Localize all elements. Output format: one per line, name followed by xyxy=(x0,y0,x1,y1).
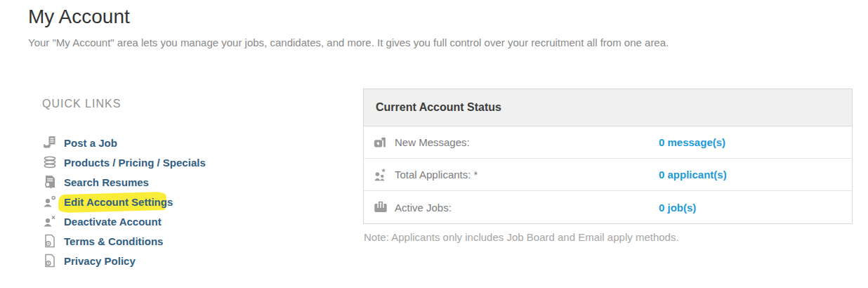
terms-conditions-icon xyxy=(42,234,57,249)
page-subtitle: Your "My Account" area lets you manage y… xyxy=(28,37,801,48)
quick-link-label: Privacy Policy xyxy=(64,255,136,267)
quick-link-label: Deactivate Account xyxy=(64,216,162,228)
page-header: My Account Your "My Account" area lets y… xyxy=(28,6,801,48)
account-settings-icon xyxy=(42,195,57,209)
quick-link-privacy-policy[interactable]: Privacy Policy xyxy=(42,251,253,270)
quick-link-label: Search Resumes xyxy=(64,176,149,188)
quick-links-heading: QUICK LINKS xyxy=(42,98,253,110)
applicants-star-icon xyxy=(372,166,389,184)
post-job-icon xyxy=(42,136,57,150)
row-label: Active Jobs: xyxy=(395,202,452,214)
quick-link-deactivate-account[interactable]: Deactivate Account xyxy=(42,211,253,231)
search-resumes-icon xyxy=(42,175,57,190)
briefcase-icon xyxy=(372,198,389,216)
deactivate-account-icon xyxy=(42,214,57,229)
mailbox-icon xyxy=(372,133,389,152)
row-label: New Messages: xyxy=(395,136,470,148)
quick-link-label: Terms & Conditions xyxy=(64,235,163,247)
quick-link-search-resumes[interactable]: Search Resumes xyxy=(42,172,253,192)
jobs-count-link[interactable]: 0 job(s) xyxy=(659,202,696,214)
status-row-active-jobs: Active Jobs: 0 job(s) xyxy=(364,191,852,223)
quick-link-label: Post a Job xyxy=(64,137,117,149)
quick-links-section: QUICK LINKS Post a Job xyxy=(42,98,253,270)
panel-title: Current Account Status xyxy=(376,101,501,114)
status-row-new-messages: New Messages: 0 message(s) xyxy=(364,126,852,159)
status-row-total-applicants: Total Applicants: * 0 applicant(s) xyxy=(364,159,852,191)
quick-link-products-pricing-specials[interactable]: Products / Pricing / Specials xyxy=(42,152,253,172)
row-label: Total Applicants: * xyxy=(395,169,478,181)
quick-links-list: Post a Job Products / Pricing / Specials xyxy=(42,133,253,270)
applicants-count-link[interactable]: 0 applicant(s) xyxy=(659,169,727,181)
messages-count-link[interactable]: 0 message(s) xyxy=(659,136,725,148)
quick-link-label: Edit Account Settings xyxy=(64,196,173,208)
quick-link-edit-account-settings[interactable]: Edit Account Settings xyxy=(42,192,253,211)
quick-link-label: Products / Pricing / Specials xyxy=(64,157,206,169)
privacy-policy-icon xyxy=(42,254,57,268)
current-account-status-panel: Current Account Status New Messages: 0 m… xyxy=(363,89,853,224)
panel-header: Current Account Status xyxy=(364,89,852,126)
quick-link-terms-conditions[interactable]: Terms & Conditions xyxy=(42,231,253,251)
applicants-note: Note: Applicants only includes Job Board… xyxy=(364,231,679,243)
quick-link-post-a-job[interactable]: Post a Job xyxy=(42,133,253,152)
page-title: My Account xyxy=(28,6,801,28)
pricing-coins-icon xyxy=(42,155,57,170)
